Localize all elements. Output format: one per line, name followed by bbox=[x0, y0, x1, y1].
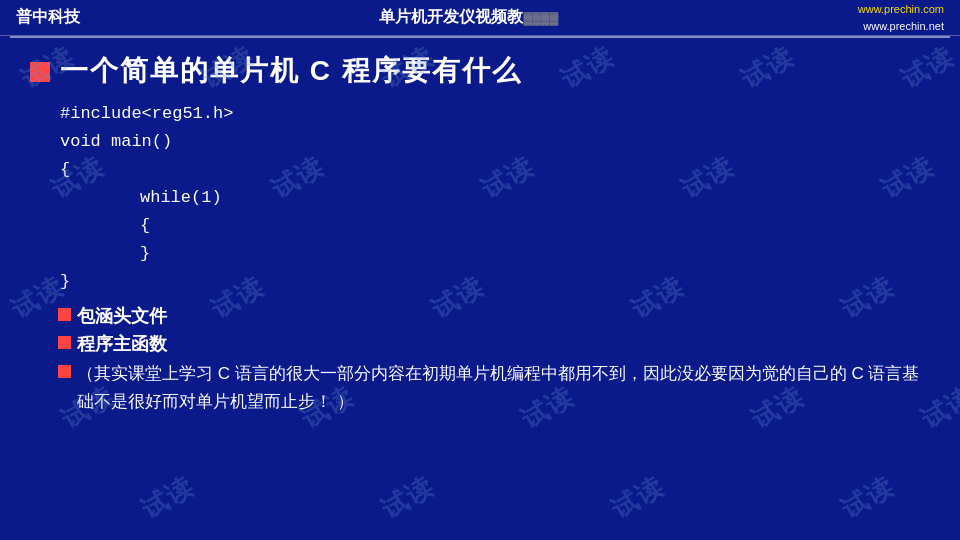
header-url: www.prechin.com www.prechin.net bbox=[858, 1, 944, 34]
title-row: 一个简单的单片机 C 程序要有什么 bbox=[30, 52, 930, 90]
bullet-2-label: （其实课堂上学习 C 语言的很大一部分内容在初期单片机编程中都用不到，因此没必要… bbox=[77, 360, 930, 416]
watermark-text: 试读 bbox=[835, 468, 901, 526]
watermark-text: 试读 bbox=[605, 468, 671, 526]
code-line-5: { bbox=[140, 212, 930, 240]
code-line-1: #include<reg51.h> bbox=[60, 100, 930, 128]
header-company: 普中科技 bbox=[16, 7, 80, 28]
bullet-list: 包涵头文件 程序主函数 （其实课堂上学习 C 语言的很大一部分内容在初期单片机编… bbox=[58, 304, 930, 416]
page-title: 一个简单的单片机 C 程序要有什么 bbox=[60, 52, 522, 90]
bullet-0-label: 包涵头文件 bbox=[77, 304, 167, 328]
header-title: 单片机开发仪视频教▓▓▓▓ bbox=[379, 7, 558, 28]
bullet-item-1: 程序主函数 bbox=[58, 332, 930, 356]
code-line-4: while(1) bbox=[140, 184, 930, 212]
bullet-0-icon bbox=[58, 308, 71, 321]
header: 普中科技 单片机开发仪视频教▓▓▓▓ www.prechin.com www.p… bbox=[0, 0, 960, 36]
bullet-2-icon bbox=[58, 365, 71, 378]
bullet-1-label: 程序主函数 bbox=[77, 332, 167, 356]
code-line-6: } bbox=[140, 240, 930, 268]
watermark-text: 试读 bbox=[375, 468, 441, 526]
bullet-item-0: 包涵头文件 bbox=[58, 304, 930, 328]
code-line-2: void main() bbox=[60, 128, 930, 156]
bullet-item-2: （其实课堂上学习 C 语言的很大一部分内容在初期单片机编程中都用不到，因此没必要… bbox=[58, 360, 930, 416]
code-line-7: } bbox=[60, 268, 930, 296]
main-content: 一个简单的单片机 C 程序要有什么 #include<reg51.h> void… bbox=[0, 38, 960, 434]
code-line-3: { bbox=[60, 156, 930, 184]
code-block: #include<reg51.h> void main() { while(1)… bbox=[60, 100, 930, 296]
title-bullet bbox=[30, 62, 50, 82]
bullet-1-icon bbox=[58, 336, 71, 349]
watermark-text: 试读 bbox=[135, 468, 201, 526]
